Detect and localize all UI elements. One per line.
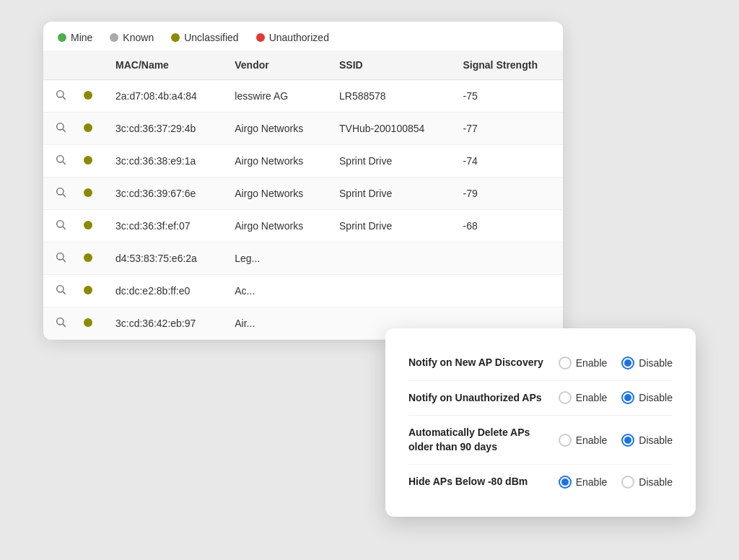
disable-option[interactable]: Disable (621, 434, 673, 447)
row-status-dot (84, 221, 92, 229)
search-icon-cell[interactable] (43, 307, 78, 340)
settings-label: Automatically Delete APs older than 90 d… (408, 426, 553, 454)
enable-option[interactable]: Enable (559, 391, 608, 404)
search-icon-cell[interactable] (43, 210, 78, 242)
svg-point-10 (57, 253, 64, 260)
table-row: 3c:cd:36:37:29:4bAirgo NetworksTVHub-200… (43, 113, 563, 145)
signal-cell: -75 (451, 80, 563, 113)
settings-row: Hide APs Below -80 dBmEnableDisable (408, 465, 673, 499)
table-row: 2a:d7:08:4b:a4:84lesswire AGLR588578-75 (43, 80, 563, 113)
ssid-cell (328, 275, 451, 307)
settings-row: Notify on Unauthorized APsEnableDisable (408, 381, 673, 416)
main-card: Mine Known Unclassified Unauthorized MAC… (43, 22, 563, 340)
vendor-cell: Air... (223, 307, 328, 340)
status-dot-cell (78, 275, 104, 307)
status-dot-cell (78, 210, 104, 242)
unauthorized-dot (256, 33, 265, 42)
vendor-cell: Leg... (223, 242, 328, 275)
status-dot-cell (78, 80, 104, 113)
svg-point-6 (57, 188, 64, 195)
signal-cell: -77 (451, 113, 563, 145)
settings-options: EnableDisable (559, 476, 673, 489)
search-icon-cell[interactable] (43, 145, 78, 178)
settings-row: Automatically Delete APs older than 90 d… (408, 416, 673, 465)
search-icon (55, 316, 66, 328)
ssid-cell: LR588578 (328, 80, 451, 113)
search-icon-cell[interactable] (43, 113, 78, 145)
mac-cell: 2a:d7:08:4b:a4:84 (104, 80, 223, 113)
signal-cell: -79 (451, 178, 563, 210)
svg-point-12 (57, 286, 64, 292)
enable-option[interactable]: Enable (559, 434, 608, 447)
disable-label: Disable (639, 434, 673, 446)
enable-radio[interactable] (559, 434, 572, 447)
disable-option[interactable]: Disable (621, 391, 673, 404)
svg-point-4 (57, 156, 64, 162)
svg-line-11 (63, 259, 66, 262)
svg-point-2 (57, 123, 64, 130)
ssid-cell: TVHub-200100854 (328, 113, 451, 145)
col-signal: Signal Strength (451, 51, 563, 80)
status-dot-cell (78, 113, 104, 145)
svg-line-15 (63, 324, 66, 327)
search-icon-cell[interactable] (43, 275, 78, 307)
search-icon (55, 284, 66, 295)
ssid-cell: Sprint Drive (328, 145, 451, 178)
disable-radio[interactable] (621, 356, 634, 369)
table-row: 3c:cd:36:39:67:6eAirgo NetworksSprint Dr… (43, 178, 563, 210)
signal-cell (451, 242, 563, 275)
enable-radio[interactable] (559, 356, 572, 369)
enable-radio[interactable] (559, 391, 572, 404)
disable-radio[interactable] (621, 476, 634, 489)
mac-cell: 3c:cd:36:39:67:6e (104, 178, 223, 210)
ssid-cell (328, 242, 451, 275)
search-icon-cell[interactable] (43, 80, 78, 113)
legend-unclassified: Unclassified (171, 32, 238, 43)
enable-radio[interactable] (559, 476, 572, 489)
svg-line-7 (63, 194, 66, 197)
status-dot-cell (78, 178, 104, 210)
mac-cell: 3c:cd:36:38:e9:1a (104, 145, 223, 178)
table-row: 3c:cd:36:3f:ef:07Airgo NetworksSprint Dr… (43, 210, 563, 242)
disable-label: Disable (639, 357, 673, 369)
vendor-cell: Airgo Networks (223, 145, 328, 178)
disable-option[interactable]: Disable (621, 476, 673, 489)
table-row: 3c:cd:36:38:e9:1aAirgo NetworksSprint Dr… (43, 145, 563, 178)
settings-label: Notify on Unauthorized APs (408, 391, 553, 406)
ssid-cell: Sprint Drive (328, 210, 451, 242)
ap-table: MAC/Name Vendor SSID Signal Strength 2a:… (43, 51, 563, 340)
search-icon-cell[interactable] (43, 178, 78, 210)
col-ssid: SSID (328, 51, 451, 80)
search-icon (55, 219, 66, 230)
disable-label: Disable (639, 476, 673, 488)
enable-label: Enable (576, 434, 608, 446)
svg-point-14 (57, 318, 64, 325)
enable-option[interactable]: Enable (559, 356, 608, 369)
svg-line-5 (63, 162, 66, 165)
vendor-cell: Airgo Networks (223, 178, 328, 210)
row-status-dot (84, 91, 92, 100)
disable-option[interactable]: Disable (621, 356, 673, 369)
settings-options: EnableDisable (559, 391, 673, 404)
mac-cell: dc:dc:e2:8b:ff:e0 (104, 275, 223, 307)
enable-option[interactable]: Enable (559, 476, 608, 489)
disable-radio[interactable] (621, 434, 634, 447)
row-status-dot (84, 253, 92, 262)
signal-cell: -68 (451, 210, 563, 242)
status-dot-cell (78, 242, 104, 275)
svg-line-1 (63, 97, 66, 100)
legend-mine: Mine (58, 32, 92, 43)
unclassified-dot (171, 33, 180, 42)
known-dot (110, 33, 118, 42)
vendor-cell: Ac... (223, 275, 328, 307)
search-icon-cell[interactable] (43, 242, 78, 275)
search-icon (55, 186, 66, 198)
legend-known-label: Known (123, 32, 154, 43)
legend-known: Known (110, 32, 154, 43)
disable-radio[interactable] (621, 391, 634, 404)
svg-line-13 (63, 292, 66, 294)
legend-unauthorized: Unauthorized (256, 32, 329, 43)
enable-label: Enable (576, 476, 608, 488)
svg-line-3 (63, 129, 66, 132)
vendor-cell: Airgo Networks (223, 113, 328, 145)
